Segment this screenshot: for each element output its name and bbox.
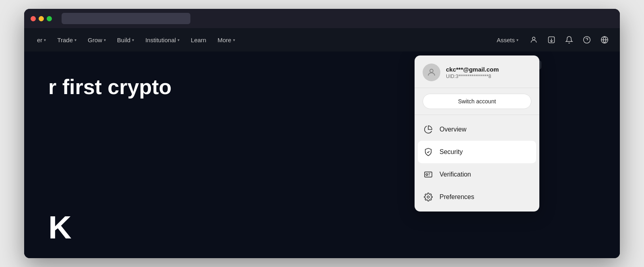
- svg-point-0: [533, 37, 535, 40]
- nav-item-institutional[interactable]: Institutional ▾: [140, 34, 184, 46]
- account-dropdown: ckc***@gmail.com UID:3****************8 …: [415, 55, 539, 212]
- chart-pie-icon: [423, 124, 434, 135]
- user-icon-button[interactable]: [526, 33, 541, 47]
- switch-account-button[interactable]: Switch account: [423, 94, 531, 109]
- maximize-button[interactable]: [47, 16, 52, 21]
- dropdown-header: ckc***@gmail.com UID:3****************8: [415, 55, 539, 88]
- browser-chrome: [24, 9, 620, 28]
- globe-icon-button[interactable]: [597, 33, 612, 47]
- user-info: ckc***@gmail.com UID:3****************8: [446, 66, 499, 79]
- hero-headline: r first crypto: [48, 76, 171, 99]
- bell-icon-button[interactable]: [562, 33, 576, 47]
- svg-point-2: [584, 37, 590, 43]
- chevron-down-icon: ▾: [233, 38, 235, 42]
- dropdown-item-overview[interactable]: Overview: [415, 118, 539, 141]
- minimize-button[interactable]: [39, 16, 44, 21]
- chevron-down-icon: ▾: [74, 38, 76, 42]
- hero-letter: K: [48, 209, 72, 246]
- nav-item-build[interactable]: Build ▾: [112, 34, 139, 46]
- gear-icon: [423, 191, 434, 203]
- address-bar[interactable]: [62, 13, 190, 24]
- svg-point-7: [426, 174, 428, 176]
- dropdown-item-preferences[interactable]: Preferences: [415, 186, 539, 208]
- switch-account-container: Switch account: [415, 88, 539, 115]
- nav-item-more[interactable]: More ▾: [213, 34, 239, 46]
- nav-item-grow[interactable]: Grow ▾: [83, 34, 111, 46]
- nav-item-trade[interactable]: Trade ▾: [52, 34, 81, 46]
- verification-label: Verification: [440, 171, 471, 178]
- user-uid: UID:3****************8: [446, 74, 499, 79]
- nav-item-learn[interactable]: Learn: [186, 34, 211, 46]
- dropdown-item-verification[interactable]: Verification: [415, 163, 539, 186]
- id-card-icon: [423, 169, 434, 180]
- chevron-down-icon: ▾: [132, 38, 134, 42]
- traffic-lights: [31, 16, 52, 21]
- help-icon-button[interactable]: [580, 33, 594, 47]
- nav-right: Assets ▾: [492, 33, 612, 47]
- svg-point-5: [430, 69, 433, 72]
- overview-label: Overview: [440, 126, 466, 133]
- download-icon-button[interactable]: [544, 33, 559, 47]
- user-email: ckc***@gmail.com: [446, 66, 499, 73]
- dropdown-items: Overview Security: [415, 115, 539, 212]
- shield-check-icon: [423, 146, 434, 158]
- svg-point-8: [427, 196, 429, 198]
- close-button[interactable]: [31, 16, 36, 21]
- security-label: Security: [440, 148, 463, 156]
- avatar: [423, 64, 440, 81]
- dropdown-item-security[interactable]: Security: [418, 141, 536, 163]
- chevron-down-icon: ▾: [516, 38, 518, 42]
- main-content: r first crypto K 7.00 ckc***@gmail.com U…: [24, 51, 620, 258]
- assets-button[interactable]: Assets ▾: [492, 34, 523, 46]
- nav-item-er[interactable]: er ▾: [32, 34, 51, 46]
- browser-window: er ▾ Trade ▾ Grow ▾ Build ▾ Institutiona…: [24, 9, 620, 258]
- chevron-down-icon: ▾: [178, 38, 180, 42]
- chevron-down-icon: ▾: [104, 38, 106, 42]
- navbar: er ▾ Trade ▾ Grow ▾ Build ▾ Institutiona…: [24, 28, 620, 51]
- preferences-label: Preferences: [440, 193, 474, 201]
- chevron-down-icon: ▾: [44, 38, 46, 42]
